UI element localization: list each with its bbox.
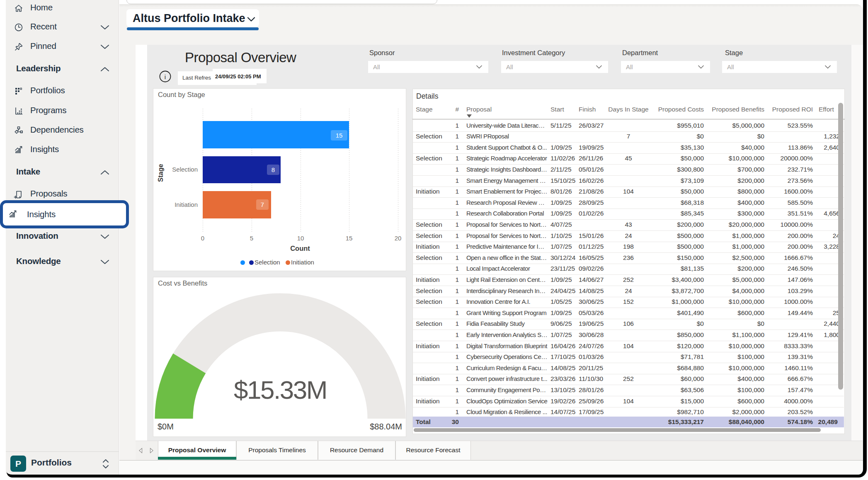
svg-text:i: i <box>165 73 166 80</box>
